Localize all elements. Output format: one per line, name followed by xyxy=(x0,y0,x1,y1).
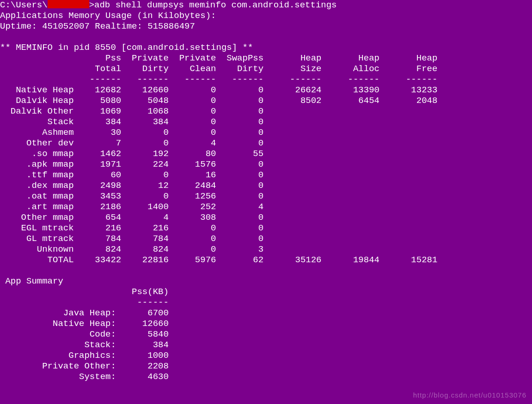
redacted-username xyxy=(48,0,89,8)
watermark-text: http://blog.csdn.net/u010153076 xyxy=(413,390,526,400)
terminal-output: C:\Users\>adb shell dumpsys meminfo com.… xyxy=(0,0,532,382)
